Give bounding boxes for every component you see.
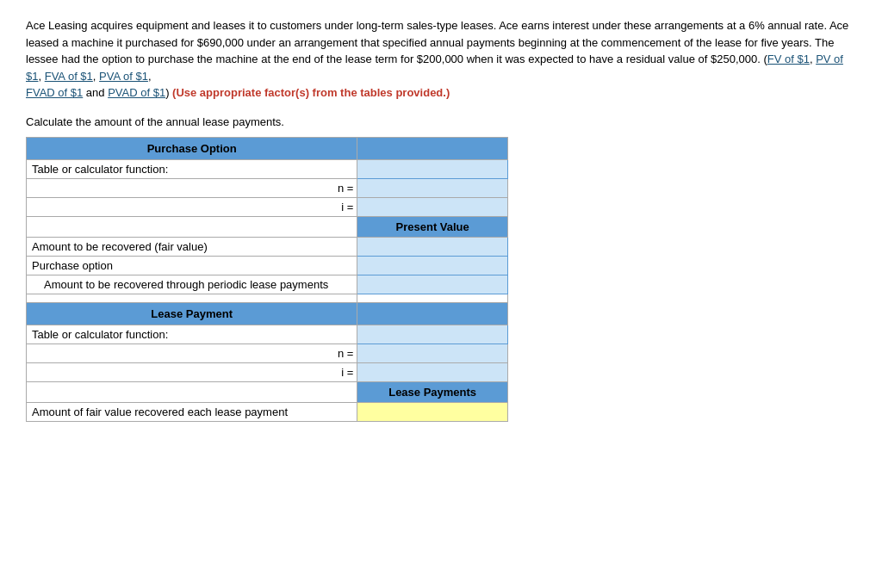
calc-function-row-1: Table or calculator function:	[27, 159, 508, 178]
pva-link[interactable]: PVA of $1	[99, 70, 148, 83]
n-label-2: n =	[27, 344, 357, 362]
calc-function-label-2: Table or calculator function:	[27, 325, 357, 344]
intro-text-1: Ace Leasing acquires equipment and lease…	[26, 19, 848, 65]
present-value-label-spacer	[27, 216, 357, 237]
amount-periodic-row: Amount to be recovered through periodic …	[27, 275, 508, 294]
purchase-option-header-row: Purchase Option	[27, 137, 508, 159]
fvad-link[interactable]: FVAD of $1	[26, 86, 83, 99]
calc-function-input-1[interactable]	[357, 159, 508, 178]
calc-function-label-1: Table or calculator function:	[27, 159, 357, 178]
instruction-text: (Use appropriate factor(s) from the tabl…	[172, 86, 450, 99]
spacer-left-1	[27, 294, 357, 302]
fva-link[interactable]: FVA of $1	[45, 70, 93, 83]
purchase-option-row: Purchase option	[27, 256, 508, 275]
i-label-2: i =	[27, 362, 357, 381]
pvad-link[interactable]: PVAD of $1	[108, 86, 165, 99]
lease-payment-header-row: Lease Payment	[27, 302, 508, 325]
amount-fair-value-label: Amount to be recovered (fair value)	[27, 237, 357, 256]
i-input-1[interactable]	[357, 197, 508, 216]
amount-fair-value-row: Amount to be recovered (fair value)	[27, 237, 508, 256]
i-input-2[interactable]	[357, 362, 508, 381]
lease-payments-header-cell: Lease Payments	[357, 381, 508, 402]
purchase-option-input[interactable]	[357, 256, 508, 275]
n-row-1: n =	[27, 178, 508, 197]
present-value-header-cell: Present Value	[357, 216, 508, 237]
calc-label: Calculate the amount of the annual lease…	[26, 115, 856, 128]
amount-each-input[interactable]	[357, 402, 508, 421]
n-label-1: n =	[27, 178, 357, 197]
amount-periodic-label: Amount to be recovered through periodic …	[27, 275, 357, 294]
i-row-1: i =	[27, 197, 508, 216]
calc-function-input-2[interactable]	[357, 325, 508, 344]
spacer-row-1	[27, 294, 508, 302]
i-row-2: i =	[27, 362, 508, 381]
amount-each-label: Amount of fair value recovered each leas…	[27, 402, 357, 421]
amount-fair-value-input[interactable]	[357, 237, 508, 256]
n-input-2[interactable]	[357, 344, 508, 362]
main-table: Purchase Option Table or calculator func…	[26, 137, 508, 422]
spacer-right-1	[357, 294, 508, 302]
amount-each-row: Amount of fair value recovered each leas…	[27, 402, 508, 421]
calc-function-row-2: Table or calculator function:	[27, 325, 508, 344]
lease-payment-header: Lease Payment	[27, 302, 357, 325]
purchase-option-header-value	[357, 137, 508, 159]
present-value-header-row: Present Value	[27, 216, 508, 237]
purchase-option-label: Purchase option	[27, 256, 357, 275]
purchase-option-header: Purchase Option	[27, 137, 357, 159]
n-row-2: n =	[27, 344, 508, 362]
lease-payment-header-value	[357, 302, 508, 325]
lease-payments-header-row: Lease Payments	[27, 381, 508, 402]
i-label-1: i =	[27, 197, 357, 216]
lease-payments-label-spacer	[27, 381, 357, 402]
intro-paragraph: Ace Leasing acquires equipment and lease…	[26, 17, 853, 102]
n-input-1[interactable]	[357, 178, 508, 197]
amount-periodic-input[interactable]	[357, 275, 508, 294]
fv-link[interactable]: FV of $1	[767, 53, 810, 65]
